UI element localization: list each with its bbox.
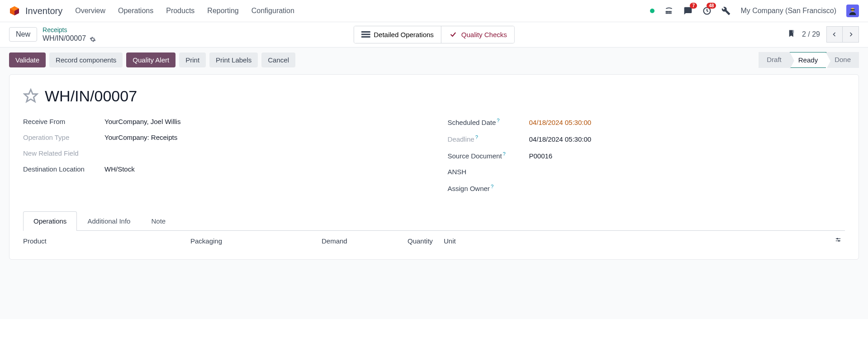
source-document-label: Source Document? — [448, 151, 529, 160]
record-card: WH/IN/00007 Receive From YourCompany, Jo… — [9, 74, 859, 260]
svg-point-8 — [668, 13, 669, 14]
pager-buttons — [826, 26, 859, 43]
breadcrumb-current-text: WH/IN/00007 — [43, 34, 86, 43]
breadcrumb-parent[interactable]: Receipts — [43, 26, 96, 34]
pager-prev-button[interactable] — [826, 26, 843, 43]
pager-text[interactable]: 2 / 29 — [802, 30, 820, 38]
help-icon[interactable]: ? — [497, 118, 499, 123]
deadline-value: 04/18/2024 05:30:00 — [529, 135, 592, 143]
cancel-button[interactable]: Cancel — [261, 52, 295, 67]
chat-icon[interactable]: 7 — [683, 6, 693, 15]
svg-point-20 — [837, 238, 838, 239]
center-buttons: Detailed Operations Quality Checks — [353, 26, 514, 43]
brand[interactable]: Inventory — [9, 5, 62, 16]
app-icon — [9, 5, 20, 16]
svg-rect-17 — [361, 36, 370, 38]
print-labels-button[interactable]: Print Labels — [209, 52, 258, 67]
quality-checks-label: Quality Checks — [461, 31, 507, 38]
scheduled-date-value[interactable]: 04/18/2024 05:30:00 — [529, 119, 592, 126]
activity-badge: 48 — [707, 3, 716, 9]
fields-left: Receive From YourCompany, Joel Willis Op… — [23, 118, 421, 200]
destination-location-label: Destination Location — [23, 165, 104, 173]
ansh-label: ANSH — [448, 168, 529, 176]
th-unit[interactable]: Unit — [444, 237, 834, 245]
menu-configuration[interactable]: Configuration — [251, 7, 294, 15]
chat-badge: 7 — [690, 3, 697, 9]
print-button[interactable]: Print — [179, 52, 206, 67]
app-name: Inventory — [25, 6, 62, 16]
th-packaging[interactable]: Packaging — [190, 237, 322, 245]
menu-reporting[interactable]: Reporting — [207, 7, 238, 15]
bookmark-icon[interactable] — [787, 29, 796, 39]
title-row: WH/IN/00007 — [23, 87, 845, 105]
tabs: Operations Additional Info Note — [23, 211, 845, 231]
new-related-label: New Related Field — [23, 149, 104, 157]
assign-owner-label: Assign Owner? — [448, 184, 529, 192]
company-name[interactable]: My Company (San Francisco) — [740, 7, 836, 15]
svg-rect-15 — [361, 31, 370, 33]
svg-point-6 — [671, 11, 672, 12]
menu-products[interactable]: Products — [166, 7, 194, 15]
subheader-right: 2 / 29 — [787, 26, 859, 43]
svg-point-22 — [839, 240, 840, 241]
svg-point-4 — [668, 11, 669, 12]
pager-next-button[interactable] — [843, 26, 859, 43]
status-draft[interactable]: Draft — [759, 52, 790, 68]
content: Validate Record components Quality Alert… — [0, 48, 868, 319]
th-quantity[interactable]: Quantity — [408, 237, 444, 245]
operation-type-label: Operation Type — [23, 133, 104, 141]
svg-rect-14 — [850, 9, 854, 10]
table-header: Product Packaging Demand Quantity Unit — [23, 231, 845, 247]
th-product[interactable]: Product — [23, 237, 190, 245]
status-pipeline: Draft Ready Done — [759, 52, 859, 68]
svg-point-7 — [666, 13, 667, 14]
subheader: New Receipts WH/IN/00007 Detailed Operat… — [0, 22, 868, 48]
star-icon[interactable] — [23, 88, 38, 104]
fields: Receive From YourCompany, Joel Willis Op… — [23, 118, 845, 200]
tab-additional-info[interactable]: Additional Info — [77, 211, 141, 230]
subheader-left: New Receipts WH/IN/00007 — [9, 26, 96, 43]
record-components-button[interactable]: Record components — [49, 52, 123, 67]
scheduled-date-label: Scheduled Date? — [448, 118, 529, 126]
status-ready[interactable]: Ready — [790, 52, 826, 68]
tools-icon[interactable] — [721, 6, 730, 15]
receive-from-value[interactable]: YourCompany, Joel Willis — [104, 118, 180, 125]
svg-marker-18 — [24, 90, 37, 102]
source-document-value[interactable]: P00016 — [529, 152, 553, 160]
record-title: WH/IN/00007 — [45, 87, 137, 105]
operation-type-value[interactable]: YourCompany: Receipts — [104, 133, 177, 141]
svg-point-5 — [669, 11, 670, 12]
new-button[interactable]: New — [9, 27, 37, 42]
columns-settings-icon[interactable] — [834, 237, 845, 245]
th-demand[interactable]: Demand — [322, 237, 408, 245]
receive-from-label: Receive From — [23, 118, 104, 125]
tab-operations[interactable]: Operations — [23, 211, 77, 231]
nav-right: 7 48 My Company (San Francisco) — [650, 5, 859, 17]
activity-icon[interactable]: 48 — [702, 6, 711, 15]
help-icon[interactable]: ? — [475, 134, 478, 140]
avatar[interactable] — [846, 5, 859, 17]
fields-right: Scheduled Date? 04/18/2024 05:30:00 Dead… — [448, 118, 845, 200]
svg-point-3 — [666, 11, 667, 12]
svg-point-9 — [669, 13, 670, 14]
status-done[interactable]: Done — [826, 52, 859, 68]
tab-note[interactable]: Note — [141, 211, 176, 230]
top-nav: Inventory Overview Operations Products R… — [0, 0, 868, 22]
breadcrumb-current: WH/IN/00007 — [43, 34, 96, 43]
toolbar: Validate Record components Quality Alert… — [9, 52, 859, 68]
help-icon[interactable]: ? — [503, 151, 506, 157]
svg-rect-16 — [361, 34, 370, 35]
gear-icon[interactable] — [90, 36, 96, 42]
deadline-label: Deadline? — [448, 134, 529, 143]
svg-point-10 — [671, 13, 672, 14]
quality-checks-button[interactable]: Quality Checks — [441, 26, 514, 43]
destination-location-value[interactable]: WH/Stock — [104, 165, 135, 173]
menu-overview[interactable]: Overview — [75, 7, 105, 15]
status-dot — [650, 9, 655, 13]
quality-alert-button[interactable]: Quality Alert — [126, 52, 175, 67]
detailed-operations-button[interactable]: Detailed Operations — [354, 26, 441, 43]
menu-operations[interactable]: Operations — [118, 7, 153, 15]
validate-button[interactable]: Validate — [9, 52, 46, 67]
help-icon[interactable]: ? — [491, 184, 493, 189]
grid-icon[interactable] — [664, 6, 674, 15]
